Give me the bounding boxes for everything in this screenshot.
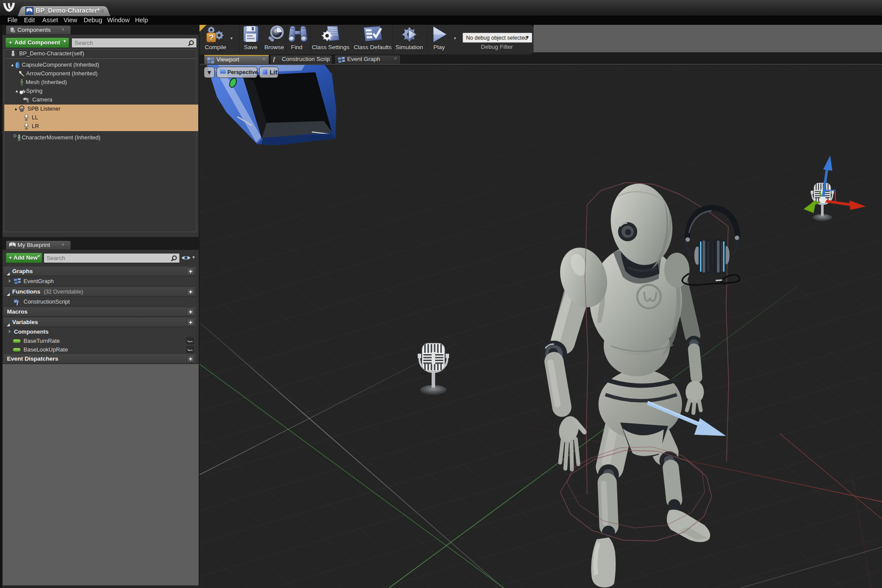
svg-text:f: f	[17, 299, 19, 305]
svg-text:?: ?	[209, 33, 214, 42]
